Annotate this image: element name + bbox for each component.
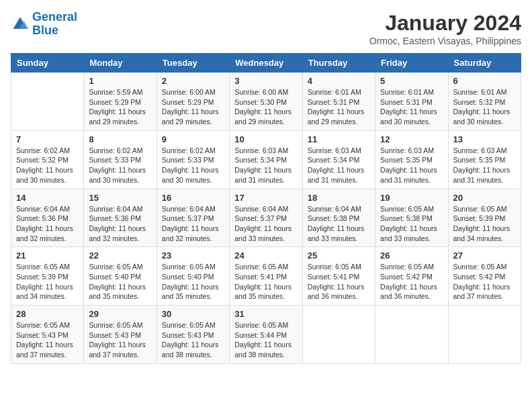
page-subtitle: Ormoc, Eastern Visayas, Philippines	[369, 36, 521, 46]
calendar-cell: 3Sunrise: 6:00 AM Sunset: 5:30 PM Daylig…	[230, 73, 302, 131]
week-row-2: 7Sunrise: 6:02 AM Sunset: 5:32 PM Daylig…	[11, 130, 521, 189]
calendar-cell: 27Sunrise: 6:05 AM Sunset: 5:42 PM Dayli…	[448, 247, 521, 306]
calendar-cell: 28Sunrise: 6:05 AM Sunset: 5:43 PM Dayli…	[11, 306, 84, 364]
calendar-table: SundayMondayTuesdayWednesdayThursdayFrid…	[11, 53, 521, 364]
cell-content: Sunrise: 6:05 AM Sunset: 5:43 PM Dayligh…	[89, 320, 151, 360]
calendar-cell: 5Sunrise: 6:01 AM Sunset: 5:31 PM Daylig…	[375, 73, 448, 131]
cell-content: Sunrise: 5:59 AM Sunset: 5:29 PM Dayligh…	[89, 87, 151, 127]
logo-line2: Blue	[32, 24, 58, 37]
calendar-cell: 6Sunrise: 6:01 AM Sunset: 5:32 PM Daylig…	[448, 73, 521, 131]
day-number: 25	[308, 250, 370, 261]
col-header-tuesday: Tuesday	[157, 54, 229, 73]
cell-content: Sunrise: 6:00 AM Sunset: 5:29 PM Dayligh…	[162, 87, 224, 127]
calendar-cell: 7Sunrise: 6:02 AM Sunset: 5:32 PM Daylig…	[11, 130, 84, 189]
cell-content: Sunrise: 6:02 AM Sunset: 5:33 PM Dayligh…	[162, 146, 224, 185]
calendar-cell	[375, 306, 448, 364]
col-header-monday: Monday	[84, 54, 157, 73]
page-title: January 2024	[369, 11, 521, 36]
calendar-cell: 8Sunrise: 6:02 AM Sunset: 5:33 PM Daylig…	[84, 130, 157, 189]
day-number: 22	[89, 250, 151, 261]
day-number: 30	[162, 309, 224, 319]
day-number: 28	[16, 309, 79, 319]
day-number: 18	[308, 193, 370, 203]
col-header-saturday: Saturday	[448, 54, 521, 73]
day-number: 9	[162, 134, 224, 144]
day-number: 21	[16, 250, 79, 261]
cell-content: Sunrise: 6:02 AM Sunset: 5:33 PM Dayligh…	[89, 146, 151, 185]
day-number: 6	[453, 76, 516, 86]
calendar-cell: 10Sunrise: 6:03 AM Sunset: 5:34 PM Dayli…	[230, 130, 302, 189]
cell-content: Sunrise: 6:05 AM Sunset: 5:39 PM Dayligh…	[453, 204, 516, 244]
logo-text: General Blue	[32, 11, 77, 38]
day-number: 4	[308, 76, 370, 86]
title-block: January 2024 Ormoc, Eastern Visayas, Phi…	[369, 11, 521, 46]
page-header: General Blue January 2024 Ormoc, Eastern…	[11, 11, 521, 46]
cell-content: Sunrise: 6:03 AM Sunset: 5:35 PM Dayligh…	[380, 146, 443, 185]
day-number: 12	[380, 134, 443, 144]
cell-content: Sunrise: 6:05 AM Sunset: 5:43 PM Dayligh…	[16, 320, 79, 360]
week-row-4: 21Sunrise: 6:05 AM Sunset: 5:39 PM Dayli…	[11, 247, 521, 306]
calendar-cell: 20Sunrise: 6:05 AM Sunset: 5:39 PM Dayli…	[448, 189, 521, 247]
cell-content: Sunrise: 6:01 AM Sunset: 5:31 PM Dayligh…	[380, 87, 443, 127]
day-number: 2	[162, 76, 224, 86]
cell-content: Sunrise: 6:04 AM Sunset: 5:36 PM Dayligh…	[16, 204, 79, 244]
day-number: 23	[162, 250, 224, 261]
cell-content: Sunrise: 6:05 AM Sunset: 5:42 PM Dayligh…	[453, 262, 516, 302]
calendar-cell: 14Sunrise: 6:04 AM Sunset: 5:36 PM Dayli…	[11, 189, 84, 247]
calendar-cell: 9Sunrise: 6:02 AM Sunset: 5:33 PM Daylig…	[157, 130, 229, 189]
cell-content: Sunrise: 6:05 AM Sunset: 5:41 PM Dayligh…	[308, 262, 370, 302]
day-number: 27	[453, 250, 516, 261]
cell-content: Sunrise: 6:05 AM Sunset: 5:38 PM Dayligh…	[380, 204, 443, 244]
calendar-cell: 1Sunrise: 5:59 AM Sunset: 5:29 PM Daylig…	[84, 73, 157, 131]
day-number: 14	[16, 193, 79, 203]
calendar-cell: 11Sunrise: 6:03 AM Sunset: 5:34 PM Dayli…	[302, 130, 375, 189]
calendar-cell: 18Sunrise: 6:04 AM Sunset: 5:38 PM Dayli…	[302, 189, 375, 247]
day-number: 10	[234, 134, 297, 144]
cell-content: Sunrise: 6:04 AM Sunset: 5:37 PM Dayligh…	[162, 204, 224, 244]
calendar-cell: 26Sunrise: 6:05 AM Sunset: 5:42 PM Dayli…	[375, 247, 448, 306]
day-number: 31	[234, 309, 297, 319]
day-number: 3	[234, 76, 297, 86]
calendar-cell: 24Sunrise: 6:05 AM Sunset: 5:41 PM Dayli…	[230, 247, 302, 306]
day-number: 24	[234, 250, 297, 261]
col-header-sunday: Sunday	[11, 54, 84, 73]
cell-content: Sunrise: 6:02 AM Sunset: 5:32 PM Dayligh…	[16, 146, 79, 185]
calendar-cell: 19Sunrise: 6:05 AM Sunset: 5:38 PM Dayli…	[375, 189, 448, 247]
header-row: SundayMondayTuesdayWednesdayThursdayFrid…	[11, 54, 521, 73]
calendar-cell	[448, 306, 521, 364]
week-row-1: 1Sunrise: 5:59 AM Sunset: 5:29 PM Daylig…	[11, 73, 521, 131]
day-number: 11	[308, 134, 370, 144]
cell-content: Sunrise: 6:05 AM Sunset: 5:40 PM Dayligh…	[162, 262, 224, 302]
calendar-cell: 21Sunrise: 6:05 AM Sunset: 5:39 PM Dayli…	[11, 247, 84, 306]
day-number: 29	[89, 309, 151, 319]
day-number: 20	[453, 193, 516, 203]
day-number: 1	[89, 76, 151, 86]
week-row-5: 28Sunrise: 6:05 AM Sunset: 5:43 PM Dayli…	[11, 306, 521, 364]
day-number: 16	[162, 193, 224, 203]
calendar-cell	[11, 73, 84, 131]
cell-content: Sunrise: 6:04 AM Sunset: 5:36 PM Dayligh…	[89, 204, 151, 244]
cell-content: Sunrise: 6:03 AM Sunset: 5:34 PM Dayligh…	[308, 146, 370, 185]
logo-line1: General	[32, 10, 77, 24]
day-number: 19	[380, 193, 443, 203]
cell-content: Sunrise: 6:05 AM Sunset: 5:43 PM Dayligh…	[162, 320, 224, 360]
calendar-cell: 12Sunrise: 6:03 AM Sunset: 5:35 PM Dayli…	[375, 130, 448, 189]
cell-content: Sunrise: 6:00 AM Sunset: 5:30 PM Dayligh…	[234, 87, 297, 127]
calendar-cell: 31Sunrise: 6:05 AM Sunset: 5:44 PM Dayli…	[230, 306, 302, 364]
day-number: 5	[380, 76, 443, 86]
cell-content: Sunrise: 6:04 AM Sunset: 5:38 PM Dayligh…	[308, 204, 370, 244]
calendar-cell: 17Sunrise: 6:04 AM Sunset: 5:37 PM Dayli…	[230, 189, 302, 247]
cell-content: Sunrise: 6:03 AM Sunset: 5:35 PM Dayligh…	[453, 146, 516, 185]
cell-content: Sunrise: 6:01 AM Sunset: 5:32 PM Dayligh…	[453, 87, 516, 127]
cell-content: Sunrise: 6:03 AM Sunset: 5:34 PM Dayligh…	[234, 146, 297, 185]
day-number: 15	[89, 193, 151, 203]
calendar-cell: 4Sunrise: 6:01 AM Sunset: 5:31 PM Daylig…	[302, 73, 375, 131]
calendar-cell: 29Sunrise: 6:05 AM Sunset: 5:43 PM Dayli…	[84, 306, 157, 364]
calendar-cell: 13Sunrise: 6:03 AM Sunset: 5:35 PM Dayli…	[448, 130, 521, 189]
day-number: 8	[89, 134, 151, 144]
calendar-cell: 22Sunrise: 6:05 AM Sunset: 5:40 PM Dayli…	[84, 247, 157, 306]
calendar-cell: 30Sunrise: 6:05 AM Sunset: 5:43 PM Dayli…	[157, 306, 229, 364]
calendar-cell	[302, 306, 375, 364]
col-header-wednesday: Wednesday	[230, 54, 302, 73]
cell-content: Sunrise: 6:05 AM Sunset: 5:40 PM Dayligh…	[89, 262, 151, 302]
